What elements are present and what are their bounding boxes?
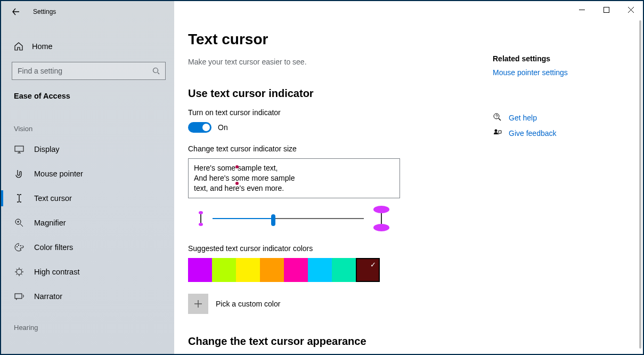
- svg-point-3: [17, 246, 18, 247]
- svg-point-0: [153, 68, 158, 73]
- cursor-preview-large-icon: [373, 206, 389, 231]
- color-swatch-2[interactable]: [236, 258, 260, 282]
- sidebar-section-title: Ease of Access: [1, 91, 174, 110]
- indicator-toggle[interactable]: [188, 122, 211, 133]
- help-icon: [493, 113, 502, 122]
- search-icon: [152, 67, 160, 75]
- color-swatch-6[interactable]: [332, 258, 356, 282]
- window-controls: [569, 1, 643, 18]
- color-swatch-7[interactable]: [356, 258, 380, 282]
- sidebar-home-label: Home: [32, 42, 53, 51]
- page-description: Make your text cursor easier to see.: [188, 58, 471, 66]
- sidebar-item-label: Magnifier: [34, 219, 66, 227]
- size-slider[interactable]: [213, 218, 364, 219]
- custom-color-button[interactable]: [188, 294, 208, 314]
- cursor-indicator-top: [235, 165, 239, 168]
- toggle-state: On: [218, 123, 228, 132]
- svg-point-5: [20, 245, 21, 246]
- svg-point-10: [494, 130, 497, 132]
- cursor-indicator-bottom: [235, 182, 239, 185]
- color-swatch-4[interactable]: [284, 258, 308, 282]
- minimize-button[interactable]: [569, 1, 594, 18]
- appearance-heading: Change the text cursor appearance: [188, 335, 471, 348]
- svg-rect-1: [15, 146, 23, 151]
- color-swatches: [188, 258, 471, 282]
- narrator-icon: [14, 292, 25, 301]
- magnifier-icon: [14, 218, 25, 228]
- sidebar-item-color-filters[interactable]: Color filters: [1, 235, 174, 260]
- plus-icon: [194, 300, 202, 308]
- get-help-link[interactable]: Get help: [509, 114, 537, 122]
- feedback-icon: [493, 128, 502, 138]
- sidebar-item-label: Narrator: [34, 292, 62, 301]
- back-button[interactable]: [12, 7, 20, 16]
- monitor-icon: [14, 144, 25, 154]
- svg-point-4: [18, 245, 19, 246]
- color-swatch-0[interactable]: [188, 258, 212, 282]
- mouse-pointer-settings-link[interactable]: Mouse pointer settings: [493, 68, 568, 77]
- sidebar: Settings Home Ease of Access VisionDispl…: [1, 1, 174, 354]
- sidebar-item-magnifier[interactable]: Magnifier: [1, 211, 174, 235]
- sidebar-item-label: High contrast: [34, 268, 79, 276]
- sidebar-item-narrator[interactable]: Narrator: [1, 284, 174, 309]
- right-rail: Related settings Mouse pointer settings …: [488, 1, 627, 354]
- pointer-icon: [14, 169, 25, 179]
- sidebar-item-text-cursor[interactable]: Text cursor: [1, 186, 174, 211]
- give-feedback-link[interactable]: Give feedback: [509, 129, 557, 138]
- sidebar-item-label: Display: [34, 145, 60, 154]
- maximize-button[interactable]: [594, 1, 618, 18]
- palette-icon: [14, 243, 25, 252]
- svg-rect-8: [604, 7, 609, 12]
- svg-point-6: [17, 269, 22, 275]
- sidebar-item-label: Color filters: [34, 243, 73, 252]
- textcursor-icon: [14, 193, 25, 203]
- related-settings-title: Related settings: [493, 54, 614, 63]
- indicator-heading: Use text cursor indicator: [188, 87, 471, 100]
- sample-line-1: Here's some sample text,: [194, 163, 394, 173]
- sidebar-home[interactable]: Home: [1, 34, 174, 59]
- sample-line-2: And here's some more sample: [194, 173, 394, 183]
- home-icon: [14, 42, 23, 51]
- scrollbar[interactable]: [639, 20, 641, 349]
- search-input[interactable]: [18, 67, 152, 75]
- svg-rect-7: [15, 294, 22, 298]
- sample-line-3: text, and here's even more.: [194, 183, 394, 193]
- toggle-label: Turn on text cursor indicator: [188, 108, 471, 117]
- color-swatch-3[interactable]: [260, 258, 284, 282]
- sidebar-item-high-contrast[interactable]: High contrast: [1, 260, 174, 284]
- sidebar-item-display[interactable]: Display: [1, 137, 174, 162]
- contrast-icon: [14, 267, 25, 277]
- size-label: Change text cursor indicator size: [188, 144, 471, 153]
- color-swatch-5[interactable]: [308, 258, 332, 282]
- main: Text cursor Make your text cursor easier…: [174, 1, 643, 354]
- sidebar-group-heading: Hearing: [1, 309, 174, 336]
- page-title: Text cursor: [188, 31, 471, 48]
- window-title: Settings: [33, 8, 56, 15]
- arrow-left-icon: [12, 8, 20, 15]
- custom-color-label: Pick a custom color: [216, 300, 280, 308]
- close-button[interactable]: [618, 1, 643, 18]
- size-slider-thumb[interactable]: [271, 214, 275, 226]
- sidebar-item-mouse-pointer[interactable]: Mouse pointer: [1, 162, 174, 186]
- color-swatch-1[interactable]: [212, 258, 236, 282]
- colors-label: Suggested text cursor indicator colors: [188, 244, 471, 253]
- sidebar-group-heading: Vision: [1, 110, 174, 137]
- sidebar-item-label: Text cursor: [34, 194, 72, 203]
- sidebar-item-label: Mouse pointer: [34, 170, 83, 178]
- sample-text-box: Here's some sample text, And here's some…: [188, 158, 400, 198]
- search-input-wrap[interactable]: [12, 62, 166, 80]
- cursor-preview-small-icon: [199, 211, 203, 226]
